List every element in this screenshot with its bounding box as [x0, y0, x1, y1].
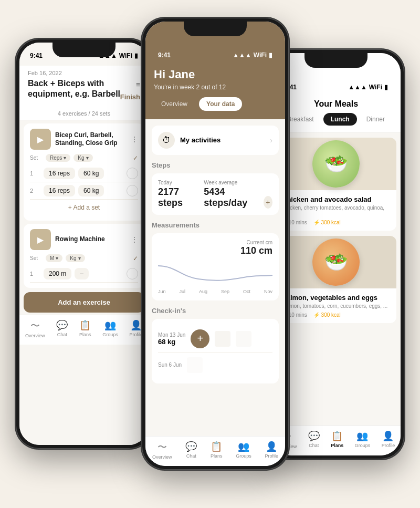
checkin-add-button[interactable]: +	[191, 329, 209, 348]
phone-right-screen: 9:41 ▲▲▲ WiFi ▮ < Your Meals Breakfast L…	[271, 53, 401, 455]
tab-overview[interactable]: Overview	[154, 97, 195, 111]
weight-selector[interactable]: Kg ▾	[74, 154, 92, 162]
meal-name-2: Salmon, vegetables and eggs	[282, 294, 390, 302]
set-reps-1-2[interactable]: 16 reps	[44, 185, 75, 196]
chat-icon-m: 💬	[185, 441, 197, 452]
nav-plans-right[interactable]: 📋 Plans	[331, 430, 343, 449]
finish-button[interactable]: Finish	[120, 93, 140, 101]
set-reps-2-1[interactable]: 200 m	[44, 268, 71, 279]
activity-label: My activities	[180, 136, 265, 144]
nav-label-chat: Chat	[57, 332, 67, 337]
nav-groups-left[interactable]: 👥 Groups	[102, 319, 118, 338]
menu-icon[interactable]: ≡	[136, 80, 140, 89]
set-num-2-1: 1	[30, 271, 40, 277]
add-set-button-1[interactable]: + Add a set	[30, 200, 138, 215]
chart-labels: Jun Jul Aug Sep Oct Nov	[158, 289, 272, 294]
nav-label-overview-m: Overview	[152, 454, 172, 460]
dashboard-screen: 9:41 ▲▲▲ WiFi ▮ Hi Jane You're in week 2…	[145, 22, 285, 466]
checkin-item-2: Sun 6 Jun	[158, 353, 272, 377]
set-reps-1-1[interactable]: 16 reps	[44, 168, 75, 179]
profile-icon-left: 👤	[130, 319, 142, 331]
meal-info-1: Chicken and avocado salad Chicken, cherr…	[276, 190, 396, 231]
tab-lunch[interactable]: Lunch	[323, 113, 357, 126]
meal-name-1: Chicken and avocado salad	[282, 195, 390, 203]
reps-selector[interactable]: Reps ▾	[46, 154, 70, 162]
plans-icon-r: 📋	[331, 430, 343, 442]
workout-title: Back + Biceps with equipment, e.g. Barbe…	[28, 78, 133, 100]
workout-screen: 9:41 ▲▲▲ WiFi ▮ Finish Feb 16, 2022 Back…	[19, 43, 149, 445]
meal-card-2[interactable]: 🥗 Salmon, vegetables and eggs Salmon, to…	[276, 236, 396, 323]
profile-icon-m: 👤	[266, 441, 277, 452]
exercise-block-2: ▶ Rowing Machine ⋮ Set M ▾ Kg ▾ ✓ 1 200 …	[24, 224, 144, 288]
measurements-title: Measurements	[152, 221, 279, 229]
dashboard-greeting: Hi Jane	[154, 68, 277, 81]
set-weight-2-1[interactable]: –	[75, 268, 89, 279]
wifi-icon-r: WiFi	[369, 84, 382, 91]
steps-add-button[interactable]: +	[264, 196, 273, 209]
nav-profile-middle[interactable]: 👤 Profile	[265, 441, 279, 460]
checkin-bar-3	[187, 357, 203, 373]
exercise-options-2[interactable]: ⋮	[131, 235, 138, 244]
tab-dinner[interactable]: Dinner	[359, 113, 392, 126]
plans-icon-m: 📋	[211, 441, 222, 452]
meal-meta-1: 10 mins 300 kcal	[282, 220, 390, 225]
nav-plans-middle[interactable]: 📋 Plans	[211, 441, 223, 460]
wifi-icon: WiFi	[119, 52, 132, 59]
bottom-nav-middle: 〜 Overview 💬 Chat 📋 Plans 👥 Groups	[145, 436, 285, 466]
current-label: Current cm	[240, 240, 272, 245]
add-exercise-button[interactable]: Add an exercise	[24, 292, 144, 313]
profile-icon-r: 👤	[382, 430, 394, 442]
chart-label-aug: Aug	[199, 289, 207, 294]
meal-tabs: Breakfast Lunch Dinner	[280, 113, 392, 126]
nav-chat-right[interactable]: 💬 Chat	[308, 430, 320, 449]
nav-label-plans-m: Plans	[211, 453, 223, 459]
nav-label-profile-left: Profile	[130, 332, 143, 337]
meal-card-1[interactable]: 🥗 Chicken and avocado salad Chicken, che…	[276, 138, 396, 231]
activities-card[interactable]: ⏱ My activities ›	[152, 126, 279, 155]
overview-icon-m: 〜	[158, 441, 167, 453]
exercise-header-2: ▶ Rowing Machine ⋮	[30, 229, 138, 250]
meal-desc-1: Chicken, cherry tomatoes, avocado, quino…	[282, 205, 390, 216]
salad-image-1: 🥗	[312, 140, 360, 188]
nav-groups-right[interactable]: 👥 Groups	[355, 430, 371, 449]
nav-chat-left[interactable]: 💬 Chat	[56, 319, 68, 338]
overview-icon: 〜	[30, 319, 40, 332]
mode-selector[interactable]: M ▾	[46, 254, 62, 262]
steps-today-value: 2177 steps	[158, 186, 193, 209]
status-icons-right: ▲▲▲ WiFi ▮	[348, 84, 388, 91]
chart-label-oct: Oct	[243, 289, 250, 294]
steps-avg-value: 5434 steps/day	[204, 186, 253, 209]
nav-groups-middle[interactable]: 👥 Groups	[236, 441, 251, 460]
weight-selector-2[interactable]: Kg ▾	[66, 254, 85, 262]
phone-middle-screen: 9:41 ▲▲▲ WiFi ▮ Hi Jane You're in week 2…	[145, 22, 285, 466]
exercise-options-1[interactable]: ⋮	[131, 135, 138, 143]
nav-profile-left[interactable]: 👤 Profile	[130, 319, 143, 338]
nav-chat-middle[interactable]: 💬 Chat	[185, 441, 197, 460]
steps-today: Today 2177 steps	[158, 180, 193, 209]
bottom-nav-right: 〜 Overview 💬 Chat 📋 Plans 👥 Groups	[271, 426, 401, 455]
checkin-bar-2	[236, 331, 251, 347]
workout-date: Feb 16, 2022	[28, 70, 140, 76]
groups-icon-m: 👥	[238, 441, 249, 452]
tab-your-data[interactable]: Your data	[199, 97, 242, 111]
steps-today-label: Today	[158, 180, 193, 185]
nav-label-profile-r: Profile	[382, 443, 395, 448]
meal-meta-2: 10 mins 300 kcal	[282, 312, 390, 318]
nav-overview-left[interactable]: 〜 Overview	[25, 319, 45, 338]
set-circle-1-1[interactable]	[127, 168, 138, 179]
set-circle-1-2[interactable]	[127, 185, 138, 196]
chat-icon-r: 💬	[308, 430, 320, 442]
check-icon-2: ✓	[133, 255, 138, 262]
meal-kcal-2: 300 kcal	[313, 312, 341, 318]
set-weight-1-2[interactable]: 60 kg	[78, 185, 104, 196]
nav-overview-middle[interactable]: 〜 Overview	[152, 441, 172, 460]
phones-container: 9:41 ▲▲▲ WiFi ▮ Finish Feb 16, 2022 Back…	[5, 7, 415, 501]
chat-icon: 💬	[56, 319, 68, 331]
nav-plans-left[interactable]: 📋 Plans	[79, 319, 91, 338]
nav-profile-right[interactable]: 👤 Profile	[382, 430, 395, 449]
time-left: 9:41	[30, 52, 43, 59]
meals-screen: 9:41 ▲▲▲ WiFi ▮ < Your Meals Breakfast L…	[271, 53, 401, 455]
sets-count: 4 exercises / 24 sets	[19, 106, 149, 120]
set-weight-1-1[interactable]: 60 kg	[78, 168, 104, 179]
set-circle-2-1[interactable]	[127, 268, 138, 279]
